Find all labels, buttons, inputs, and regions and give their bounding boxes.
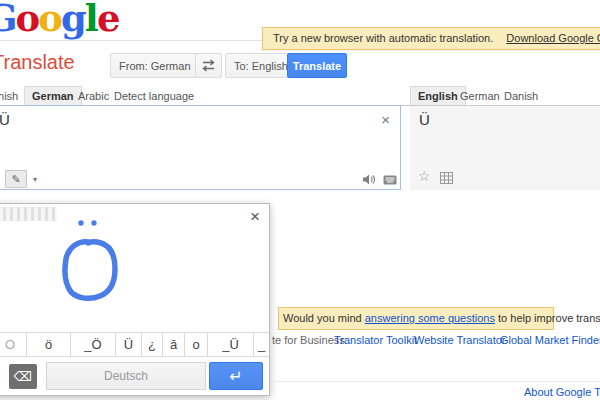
handwriting-suggestion[interactable]: o — [184, 333, 207, 356]
logo-letter: l — [85, 0, 97, 40]
listen-button[interactable] — [362, 172, 375, 190]
virtual-keyboard-button[interactable] — [383, 172, 397, 190]
from-language-label: From: German — [119, 60, 191, 72]
grid-icon — [440, 172, 453, 184]
source-tab-detect-language[interactable]: Detect language — [114, 90, 194, 102]
handwriting-suggestion[interactable]: _Ü — [207, 333, 253, 356]
logo-letter: g — [61, 0, 85, 40]
handwriting-suggestion[interactable]: ¿ — [141, 333, 162, 356]
handwritten-stroke — [0, 204, 269, 332]
translation-result-panel: Ü ☆ — [410, 105, 600, 190]
source-tab-danish[interactable]: Danish — [0, 90, 18, 102]
footer-divider — [272, 381, 600, 382]
logo-letter: o — [16, 0, 39, 40]
pencil-icon: ✎ — [11, 173, 20, 186]
chrome-promo-bar: Try a new browser with automatic transla… — [262, 27, 600, 50]
source-text: Ü — [0, 111, 10, 128]
translator-toolkit-link[interactable]: Translator Toolkit — [334, 334, 417, 346]
input-method-dropdown[interactable]: ▾ — [33, 175, 37, 184]
suggestion-row: O ö _Ö Ü ¿ ā o _Ü _ — [0, 332, 269, 357]
handwriting-panel: × O ö _Ö Ü ¿ ā o _Ü _ ⌫ Deutsch ↵ — [0, 203, 270, 396]
handwriting-suggestion[interactable]: O — [0, 333, 26, 356]
select-all-button[interactable] — [440, 170, 453, 188]
enter-icon: ↵ — [229, 367, 242, 386]
source-tab-german[interactable]: German — [24, 86, 82, 106]
swap-languages-button[interactable] — [195, 53, 222, 78]
handwriting-suggestion[interactable]: ā — [162, 333, 184, 356]
handwriting-suggestion[interactable]: ö — [26, 333, 70, 356]
to-language-label: To: English — [234, 60, 288, 72]
logo-letter: e — [97, 0, 119, 40]
download-chrome-link[interactable]: Download Google Chrome — [506, 32, 600, 44]
result-tab-danish[interactable]: Danish — [504, 90, 538, 102]
page-title: Translate — [0, 51, 75, 74]
global-market-finder-link[interactable]: Global Market Finder — [500, 334, 600, 346]
swap-arrows-icon — [201, 59, 216, 72]
backspace-icon: ⌫ — [14, 369, 32, 384]
google-translate-page: Google Try a new browser with automatic … — [0, 0, 600, 400]
promo-text: Try a new browser with automatic transla… — [273, 32, 493, 44]
handwriting-suggestion[interactable]: _ — [253, 333, 269, 356]
handwriting-language-button[interactable]: Deutsch — [46, 362, 206, 390]
result-text: Ü — [419, 111, 430, 128]
backspace-button[interactable]: ⌫ — [9, 364, 37, 389]
logo-letter: G — [0, 0, 16, 40]
speaker-icon — [362, 173, 375, 186]
source-text-area[interactable]: Ü × ✎ ▾ — [0, 105, 401, 190]
handwriting-canvas[interactable] — [0, 204, 269, 332]
feedback-text: to help improve translation quality? — [495, 312, 600, 324]
website-translator-link[interactable]: Website Translator — [414, 334, 506, 346]
keyboard-icon — [383, 174, 397, 186]
result-tab-english[interactable]: English — [410, 86, 466, 106]
handwriting-input-button[interactable]: ✎ — [5, 170, 27, 188]
handwriting-suggestion[interactable]: _Ö — [70, 333, 115, 356]
result-tab-german[interactable]: German — [460, 90, 500, 102]
answer-questions-link[interactable]: answering some questions — [365, 312, 495, 324]
star-icon[interactable]: ☆ — [418, 168, 431, 184]
clear-source-icon[interactable]: × — [381, 111, 390, 128]
google-logo[interactable]: Google — [0, 0, 118, 40]
from-language-dropdown[interactable]: From: German ▾ — [110, 53, 209, 78]
enter-button[interactable]: ↵ — [209, 362, 263, 390]
translate-button[interactable]: Translate — [287, 53, 347, 78]
feedback-prompt-bar: Would you mind answering some questions … — [278, 307, 554, 330]
source-tab-arabic[interactable]: Arabic — [78, 90, 109, 102]
feedback-text: Would you mind — [283, 312, 365, 324]
logo-letter: o — [38, 0, 61, 40]
about-google-translate-link[interactable]: About Google Tra — [524, 386, 600, 398]
handwriting-suggestion[interactable]: Ü — [115, 333, 141, 356]
